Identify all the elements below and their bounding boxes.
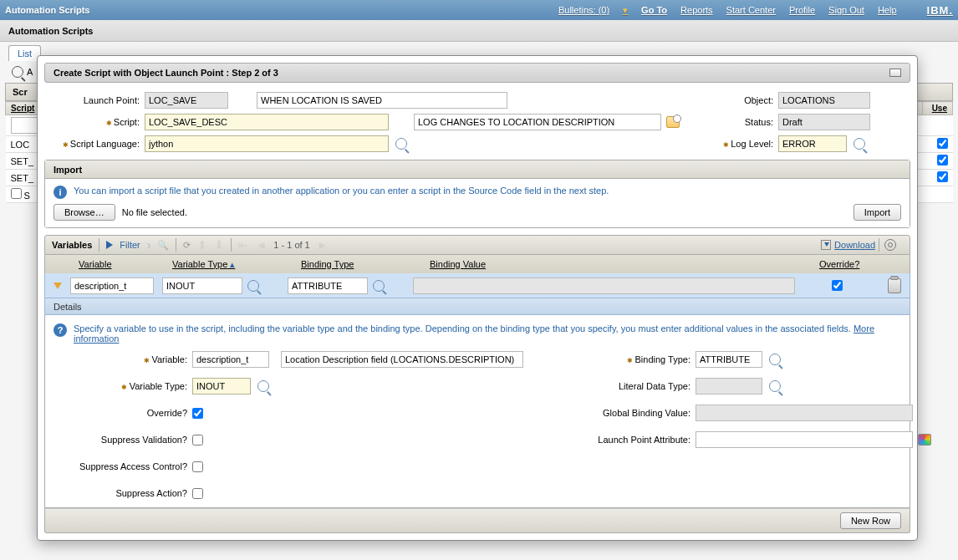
import-button[interactable]: Import [854,204,901,206]
col-use[interactable]: Use [923,102,953,115]
lookup-icon[interactable] [854,138,865,150]
bulletins-link[interactable]: Bulletins: (0) [558,5,609,15]
import-header: Import [54,165,82,175]
startcenter-link[interactable]: Start Center [726,5,776,15]
longdesc-icon[interactable] [666,116,680,128]
browse-button[interactable]: Browse… [54,204,115,206]
object-field [778,92,870,109]
app-title: Automation Scripts [5,5,89,15]
signout-link[interactable]: Sign Out [828,5,864,15]
dialog-title: Create Script with Object Launch Point :… [54,68,278,78]
launchpoint-field [145,92,228,109]
ibm-logo: IBM. [927,4,953,17]
script-label: Script: [51,117,140,127]
scriptlang-field[interactable] [145,135,389,152]
minimize-icon[interactable] [889,69,901,77]
use-checkbox[interactable] [937,155,948,165]
status-field [778,114,870,130]
top-nav-links: Bulletins: (0) ▾ Go To Reports Start Cen… [558,4,953,17]
top-navbar: Automation Scripts Bulletins: (0) ▾ Go T… [0,0,958,20]
use-checkbox[interactable] [937,138,948,149]
profile-link[interactable]: Profile [789,5,815,15]
select-all-checkbox[interactable] [11,188,22,199]
reports-link[interactable]: Reports [680,5,713,15]
page-title: Automation Scripts [8,26,93,36]
import-message: You can import a script file that you cr… [74,186,609,196]
use-checkbox[interactable] [937,171,948,182]
script-field[interactable] [145,114,389,130]
loglevel-field[interactable] [778,135,847,152]
page-header: Automation Scripts [0,20,958,42]
search-label: A [27,67,33,77]
dialog-titlebar: Create Script with Object Launch Point :… [44,63,910,83]
wizard-dialog: Create Script with Object Launch Point :… [37,55,918,206]
help-link[interactable]: Help [878,5,897,15]
status-label: Status: [720,117,773,127]
object-label: Object: [720,95,773,105]
search-icon[interactable] [12,66,23,78]
lookup-icon[interactable] [395,138,407,150]
goto-link[interactable]: Go To [641,5,667,15]
launchpoint-label: Launch Point: [51,95,140,105]
script-desc-field[interactable] [414,114,661,130]
info-icon: i [54,186,67,199]
import-panel: Import iYou can import a script file tha… [44,160,910,206]
scriptlang-label: Script Language: [51,139,140,149]
loglevel-label: Log Level: [720,139,773,149]
launchpoint-desc-field[interactable] [257,92,507,109]
